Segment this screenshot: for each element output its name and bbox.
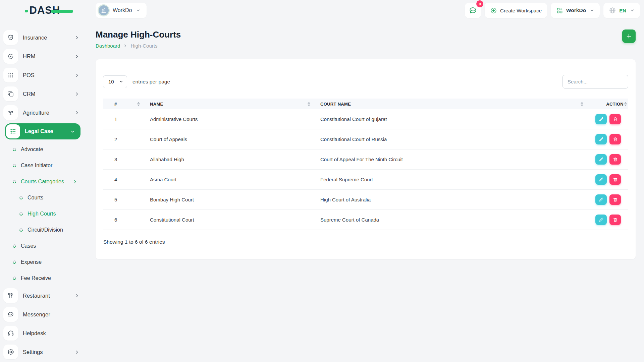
- app-menu-dropdown[interactable]: WorkDo: [551, 3, 600, 18]
- sidebar-item-helpdesk[interactable]: Helpdesk: [0, 324, 86, 343]
- sidebar-item-courts-categories[interactable]: Courts Categories: [0, 174, 86, 190]
- focus-target-icon: [3, 49, 18, 64]
- sort-icon[interactable]: [624, 102, 627, 106]
- sidebar-item-label: Messenger: [23, 311, 50, 318]
- sidebar-item-label: Settings: [23, 349, 43, 355]
- sidebar-item-hrm[interactable]: HRM: [0, 47, 86, 66]
- sidebar-item-restaurant[interactable]: Restaurant: [0, 286, 86, 305]
- pencil-icon: [599, 157, 604, 162]
- entries-per-page-select[interactable]: 10: [103, 75, 127, 88]
- high-courts-card: 10 entries per page # NAME COURT NAM: [96, 59, 636, 259]
- sidebar-item-legal-case[interactable]: Legal Case: [5, 123, 80, 139]
- bullet-icon: [19, 228, 23, 232]
- pencil-icon: [599, 117, 604, 122]
- sidebar-item-insurance[interactable]: Insurance: [0, 28, 86, 47]
- cell-name: Bombay High Court: [144, 197, 314, 202]
- trash-icon: [613, 197, 618, 202]
- brand-logo[interactable]: DASH: [25, 4, 60, 16]
- gear-icon: [3, 345, 18, 359]
- edit-button[interactable]: [595, 114, 607, 124]
- chevron-right-icon: [74, 350, 79, 355]
- sidebar-item-label: Courts Categories: [21, 179, 64, 185]
- plus-icon: [626, 33, 632, 40]
- sidebar-item-crm[interactable]: CRM: [0, 84, 86, 103]
- sidebar-item-circuit-division[interactable]: Circuit/Division: [0, 222, 86, 238]
- delete-button[interactable]: [609, 194, 621, 205]
- sidebar-item-agriculture[interactable]: Agriculture: [0, 103, 86, 122]
- edit-button[interactable]: [595, 174, 607, 185]
- restaurant-icon: [3, 288, 18, 303]
- sidebar-item-label: HRM: [23, 53, 36, 60]
- edit-button[interactable]: [595, 215, 607, 225]
- chevron-right-icon: [73, 179, 77, 184]
- delete-button[interactable]: [609, 154, 621, 165]
- logo-dot: [25, 10, 28, 12]
- row-actions: [587, 134, 627, 144]
- chevron-right-icon: [74, 54, 79, 59]
- language-dropdown[interactable]: EN: [603, 3, 640, 18]
- sidebar-item-expense[interactable]: Expense: [0, 254, 86, 270]
- sidebar-item-high-courts[interactable]: High Courts: [0, 206, 86, 222]
- row-actions: [587, 215, 627, 225]
- workspace-name: WorkDo: [113, 7, 132, 13]
- table-header-row: # NAME COURT NAME ACTION: [103, 99, 628, 109]
- chevron-right-icon: [123, 44, 127, 48]
- sort-icon[interactable]: [137, 102, 140, 106]
- topbar-right: 0 Create Workspace WorkDo: [465, 3, 640, 18]
- search-input[interactable]: [562, 75, 628, 88]
- table-row: 2 Court of Appeals Constitutional Court …: [103, 129, 628, 149]
- bullet-icon: [12, 179, 17, 184]
- row-actions: [587, 174, 627, 185]
- cell-name: Court of Appeals: [144, 136, 314, 142]
- pencil-icon: [599, 177, 604, 182]
- edit-button[interactable]: [595, 194, 607, 205]
- delete-button[interactable]: [609, 114, 621, 124]
- trash-icon: [613, 177, 618, 182]
- logo-area: DASH: [0, 4, 86, 16]
- sidebar-item-settings[interactable]: Settings: [0, 343, 86, 361]
- bullet-icon: [19, 195, 23, 200]
- sidebar-item-label: High Courts: [28, 211, 56, 217]
- sidebar-item-cases[interactable]: Cases: [0, 238, 86, 254]
- chevron-down-icon: [70, 129, 75, 134]
- table-row: 4 Asma Court Federal Supreme Court: [103, 170, 628, 190]
- sidebar-item-case-initiator[interactable]: Case Initiator: [0, 158, 86, 174]
- sidebar-item-label: Case Initiator: [21, 163, 52, 169]
- chat-button[interactable]: 0: [465, 3, 481, 18]
- edit-button[interactable]: [595, 154, 607, 165]
- high-courts-table: # NAME COURT NAME ACTION 1 Admin: [103, 99, 628, 230]
- delete-button[interactable]: [609, 134, 621, 144]
- grid-plus-icon: [556, 7, 563, 14]
- sort-icon[interactable]: [581, 102, 583, 106]
- sidebar-item-pos[interactable]: POS: [0, 66, 86, 84]
- table-row: 5 Bombay High Court High Court of Austra…: [103, 190, 628, 210]
- entries-per-page-label: entries per page: [132, 79, 170, 85]
- row-actions: [587, 114, 627, 124]
- cell-num: 2: [103, 136, 144, 142]
- breadcrumb-dashboard-link[interactable]: Dashboard: [96, 43, 120, 49]
- sidebar-item-advocate[interactable]: Advocate: [0, 141, 86, 158]
- page-header: Manage High-Courts Dashboard High-Courts: [86, 21, 644, 49]
- create-workspace-button[interactable]: Create Workspace: [485, 3, 547, 18]
- row-actions: [587, 154, 627, 165]
- sidebar-item-fee-receive[interactable]: Fee Receive: [0, 270, 86, 286]
- workspace-selector[interactable]: WorkDo: [96, 3, 147, 18]
- sidebar-item-courts[interactable]: Courts: [0, 190, 86, 206]
- sort-icon[interactable]: [308, 102, 310, 106]
- cell-num: 6: [103, 217, 144, 223]
- add-high-court-button[interactable]: [622, 29, 636, 43]
- trash-icon: [613, 157, 618, 162]
- plus-circle-icon: [490, 7, 497, 14]
- cell-court-name: Court of Appeal For The Ninth Circuit: [314, 157, 587, 162]
- edit-button[interactable]: [595, 134, 607, 144]
- pencil-icon: [599, 137, 604, 142]
- bullet-icon: [12, 244, 17, 248]
- table-footer-status: Showing 1 to 6 of 6 entries: [103, 239, 628, 245]
- chevron-right-icon: [74, 110, 79, 115]
- sidebar-item-messenger[interactable]: Messenger: [0, 305, 86, 324]
- delete-button[interactable]: [609, 215, 621, 225]
- cell-court-name: High Court of Australia: [314, 197, 587, 202]
- bullet-icon: [19, 212, 23, 216]
- delete-button[interactable]: [609, 174, 621, 185]
- table-controls: 10 entries per page: [103, 75, 628, 88]
